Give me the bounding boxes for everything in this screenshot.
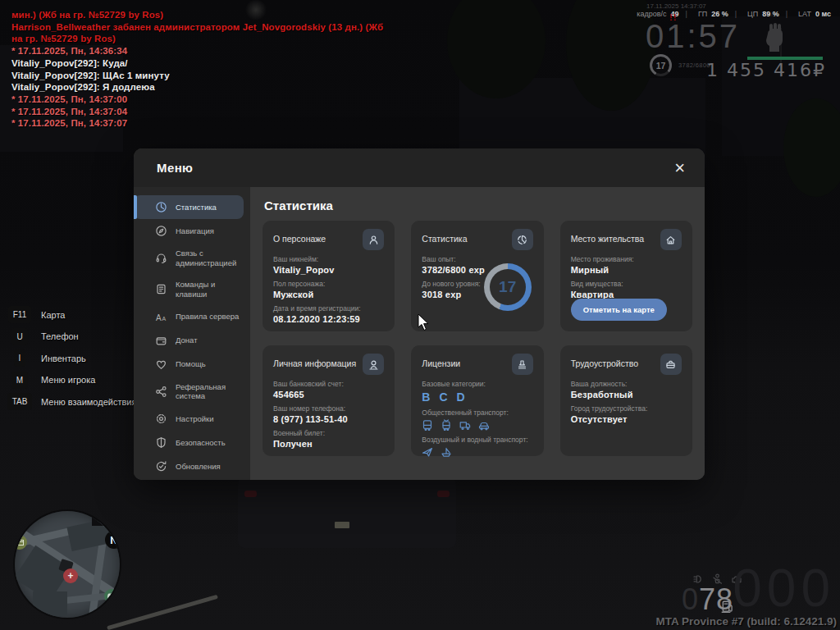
chat-log: мин.) (Жб на гр. №52729 by Ros) Harrison… — [11, 9, 383, 130]
server-version-label: MTA Province #7 (build: 6.12421.9) — [655, 615, 837, 628]
tail-light — [244, 491, 257, 497]
commands-list-icon — [155, 283, 167, 295]
keybind-label: Инвентарь — [41, 354, 86, 363]
key-badge: I — [14, 349, 26, 367]
field-label: Место проживания: — [571, 255, 682, 263]
keybind-label: Карта — [41, 310, 65, 320]
field-label: Базовые категории: — [422, 380, 532, 388]
id-card-icon — [363, 354, 384, 375]
field-label: Воздушный и водный транспорт: — [422, 436, 532, 444]
hospital-marker: + — [63, 568, 78, 583]
car-silhouette — [238, 472, 456, 548]
sidebar-item-updates[interactable]: Обновления — [134, 454, 250, 478]
odometer: 000 — [733, 558, 835, 619]
hud-datetime: 17.11.2025 14:37:07 — [646, 2, 706, 10]
card-personal-info: Личная информация Ваш банковский счет:45… — [262, 345, 395, 456]
sidebar-item-label: Настройки — [176, 414, 214, 424]
chat-line: Vitaliy_Popov[292]: Я додлеюа — [11, 81, 383, 94]
tree-silhouette — [783, 98, 840, 197]
chat-line: * 17.11.2025, Пн, 14:37:04 — [11, 106, 383, 118]
taxi-icon — [478, 419, 490, 431]
card-title: Личная информация — [273, 354, 356, 368]
field-label: Военный билет: — [273, 429, 384, 437]
field-label: Ваша должность: — [571, 380, 682, 388]
money-display: 1 455 416₽ — [706, 60, 826, 80]
card-character: О персонаже Ваш никнейм:Vitaliy_Popov По… — [262, 221, 395, 331]
person-icon — [363, 229, 384, 250]
sidebar-item-commands-keys[interactable]: Команды и клавиши — [134, 274, 250, 305]
keybind-player-menu: M Меню игрока — [5, 372, 136, 389]
public-transport-licenses — [422, 419, 532, 431]
svg-text:A: A — [156, 313, 162, 322]
menu-content: Статистика О персонаже Ваш никнейм:Vital… — [250, 187, 705, 480]
keybind-inventory: I Инвентарь — [5, 349, 136, 367]
license-category-c: C — [439, 390, 447, 404]
field-label: Ваш никнейм: — [273, 255, 384, 263]
road-curb — [107, 595, 218, 630]
card-residence: Место жительства Место проживания:Мирный… — [560, 221, 692, 331]
chat-line: * 17.11.2025, Пн, 14:37:00 — [11, 94, 383, 106]
font-size-icon: AA — [155, 311, 167, 323]
tram-icon — [441, 419, 452, 431]
tail-light — [437, 491, 450, 497]
field-value: Получен — [273, 439, 384, 449]
field-value: Отсутствует — [571, 414, 682, 424]
license-plate — [335, 522, 349, 528]
mouse-cursor — [418, 313, 431, 335]
level-display: 17 3782/6800 — [650, 54, 710, 76]
sidebar-item-referral[interactable]: Реферальная система — [134, 377, 250, 408]
mark-on-map-button[interactable]: Отметить на карте — [571, 299, 667, 321]
card-statistics: Статистика Ваш опыт:3782/6800 exp До нов… — [411, 221, 543, 331]
sidebar-item-donate[interactable]: Донат — [134, 329, 250, 353]
sidebar-item-security[interactable]: Безопасность — [134, 431, 250, 454]
sidebar-item-statistics[interactable]: Статистика — [134, 195, 244, 219]
menu-title: Меню — [157, 161, 193, 175]
keybind-map: F11 Карта — [5, 306, 136, 323]
sidebar-item-settings[interactable]: Настройки — [134, 407, 250, 431]
sidebar-item-navigation[interactable]: Навигация — [134, 219, 250, 243]
fist-icon — [764, 21, 783, 56]
sidebar-item-label: Реферальная система — [176, 382, 244, 402]
keybind-label: Меню игрока — [41, 375, 95, 385]
svg-text:A: A — [162, 315, 167, 321]
chat-line: * 17.11.2025, Пн, 14:37:07 — [11, 117, 383, 130]
sidebar-item-label: Помощь — [176, 359, 206, 369]
level-number: 17 — [650, 54, 672, 76]
truck-icon — [459, 419, 471, 431]
license-category-b: B — [422, 390, 430, 404]
chat-line: мин.) (Жб на гр. №52729 by Ros) — [11, 9, 383, 21]
page-title: Статистика — [264, 199, 692, 212]
update-check-icon — [155, 460, 167, 472]
level-ring-card: 17 — [484, 263, 532, 311]
field-label: Общественный транспорт: — [422, 409, 532, 417]
sidebar-item-label: Команды и клавиши — [176, 280, 244, 299]
sidebar-item-label: Навигация — [176, 226, 214, 236]
heart-icon — [155, 358, 167, 371]
gear-icon — [155, 413, 167, 425]
wallet-icon — [155, 335, 167, 347]
sidebar-item-server-rules[interactable]: AA Правила сервера — [134, 305, 250, 329]
briefcase-icon — [660, 354, 682, 375]
stamp-icon — [512, 354, 533, 375]
keybind-label: Меню взаимодействия — [41, 397, 136, 407]
sidebar-item-help[interactable]: Помощь — [134, 353, 250, 377]
license-categories: B C D — [422, 390, 532, 404]
field-label: Ваш опыт: — [422, 255, 532, 263]
chat-line: Harrison_Bellweather забанен администрат… — [11, 21, 383, 34]
chart-icon — [512, 229, 533, 250]
sidebar-item-admin-contact[interactable]: Связь с администрацией — [134, 243, 250, 274]
gpu-stat: ГП 26 % — [679, 10, 728, 18]
keybind-phone: U Телефон — [5, 328, 136, 345]
field-value: Мужской — [273, 290, 384, 299]
close-icon[interactable]: × — [674, 159, 685, 177]
sidebar-item-label: Связь с администрацией — [176, 249, 244, 268]
field-label: Пол персонажа: — [273, 280, 384, 288]
card-title: Место жительства — [571, 229, 644, 244]
menu-sidebar: Статистика Навигация Связь с администрац… — [134, 187, 250, 480]
key-badge: U — [11, 328, 27, 345]
headset-icon — [155, 252, 167, 264]
air-water-transport-licenses — [422, 446, 532, 458]
license-category-d: D — [457, 390, 465, 404]
card-title: Трудоустройство — [571, 354, 638, 368]
field-value: Vitaliy_Popov — [273, 265, 384, 275]
